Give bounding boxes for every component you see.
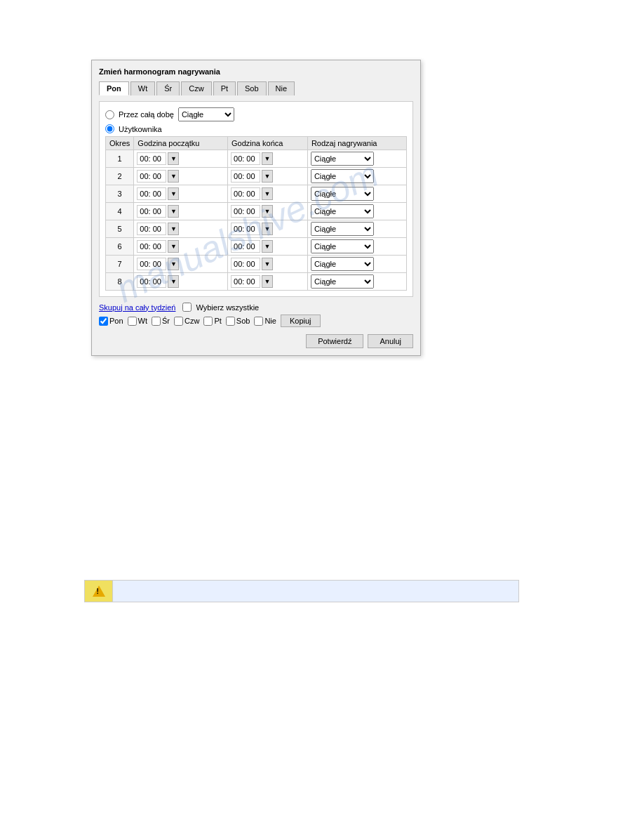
- day-label-pon: Pon: [109, 317, 123, 325]
- allday-label: Przez całą dobę: [119, 110, 174, 119]
- radio-allday[interactable]: [105, 110, 114, 119]
- day-checkbox-sob[interactable]: [226, 317, 235, 326]
- end-input-6[interactable]: [231, 240, 260, 253]
- copy-week-link[interactable]: Skupuj na cały tydzień: [99, 303, 175, 312]
- select-all-checkbox[interactable]: [182, 303, 192, 312]
- day-checkbox-label-wt: Wt: [128, 317, 147, 326]
- copy-button[interactable]: Kopiuj: [281, 315, 321, 327]
- start-time-btn-3[interactable]: ▼: [168, 187, 179, 200]
- cell-type-4: CiągłeRuchAlarmRuch/Alarm: [307, 203, 406, 220]
- table-row: 3▼▼CiągłeRuchAlarmRuch/Alarm: [106, 185, 407, 203]
- start-input-2[interactable]: [137, 170, 166, 183]
- tab-sr[interactable]: Śr: [156, 81, 180, 95]
- type-select-5[interactable]: CiągłeRuchAlarmRuch/Alarm: [311, 222, 374, 236]
- table-row: 6▼▼CiągłeRuchAlarmRuch/Alarm: [106, 238, 407, 256]
- day-checkbox-label-pon: Pon: [99, 317, 123, 326]
- start-time-btn-4[interactable]: ▼: [168, 205, 179, 218]
- cell-period-3: 3: [106, 185, 134, 203]
- end-time-btn-1[interactable]: ▼: [262, 152, 273, 165]
- day-checkbox-pon[interactable]: [99, 317, 108, 326]
- end-time-btn-8[interactable]: ▼: [262, 275, 273, 288]
- warning-text: [113, 581, 518, 602]
- cell-period-6: 6: [106, 238, 134, 256]
- cell-period-4: 4: [106, 203, 134, 220]
- day-checkbox-sr[interactable]: [152, 317, 161, 326]
- type-select-7[interactable]: CiągłeRuchAlarmRuch/Alarm: [311, 257, 374, 271]
- day-checkbox-czw[interactable]: [174, 317, 183, 326]
- cell-start-8: ▼: [134, 273, 228, 291]
- dialog-title: Zmień harmonogram nagrywania: [99, 67, 413, 76]
- type-select-2[interactable]: CiągłeRuchAlarmRuch/Alarm: [311, 169, 374, 183]
- start-time-btn-8[interactable]: ▼: [168, 275, 179, 288]
- start-time-btn-2[interactable]: ▼: [168, 170, 179, 183]
- tab-nie[interactable]: Nie: [268, 81, 295, 95]
- day-checkbox-label-nie: Nie: [254, 317, 276, 326]
- tab-sob[interactable]: Sob: [237, 81, 267, 95]
- cell-end-5: ▼: [228, 220, 308, 238]
- start-input-4[interactable]: [137, 205, 166, 218]
- tab-pon[interactable]: Pon: [99, 81, 129, 95]
- day-checkbox-label-czw: Czw: [174, 317, 199, 326]
- end-input-7[interactable]: [231, 258, 260, 270]
- end-input-5[interactable]: [231, 223, 260, 235]
- cancel-button[interactable]: Anuluj: [368, 334, 413, 348]
- day-label-wt: Wt: [138, 317, 147, 325]
- cell-type-6: CiągłeRuchAlarmRuch/Alarm: [307, 238, 406, 256]
- warning-bar: [84, 580, 519, 602]
- cell-type-3: CiągłeRuchAlarmRuch/Alarm: [307, 185, 406, 203]
- cell-type-2: CiągłeRuchAlarmRuch/Alarm: [307, 168, 406, 185]
- tab-pt[interactable]: Pt: [213, 81, 236, 95]
- cell-end-3: ▼: [228, 185, 308, 203]
- start-input-8[interactable]: [137, 275, 166, 288]
- radio-user[interactable]: [105, 124, 114, 133]
- end-time-btn-2[interactable]: ▼: [262, 170, 273, 183]
- type-select-8[interactable]: CiągłeRuchAlarmRuch/Alarm: [311, 274, 374, 289]
- end-input-3[interactable]: [231, 187, 260, 200]
- end-input-1[interactable]: [231, 152, 260, 165]
- tab-bar: Pon Wt Śr Czw Pt Sob Nie: [99, 81, 413, 95]
- copy-row-1: Skupuj na cały tydzień Wybierz wszystkie: [99, 303, 413, 312]
- end-time-btn-6[interactable]: ▼: [262, 240, 273, 253]
- copy-section: Skupuj na cały tydzień Wybierz wszystkie…: [99, 303, 413, 327]
- col-type: Rodzaj nagrywania: [307, 137, 406, 150]
- day-checkbox-nie[interactable]: [254, 317, 263, 326]
- page-container: Zmień harmonogram nagrywania Pon Wt Śr C…: [0, 0, 644, 834]
- type-select-4[interactable]: CiągłeRuchAlarmRuch/Alarm: [311, 204, 374, 218]
- start-input-7[interactable]: [137, 258, 166, 270]
- end-time-btn-5[interactable]: ▼: [262, 223, 273, 235]
- day-label-sr: Śr: [162, 317, 170, 325]
- start-input-3[interactable]: [137, 187, 166, 200]
- content-panel: Przez całą dobę Ciągłe Użytkownika Okres…: [99, 101, 413, 297]
- allday-type-select[interactable]: Ciągłe: [178, 107, 234, 121]
- type-select-6[interactable]: CiągłeRuchAlarmRuch/Alarm: [311, 239, 374, 253]
- start-input-1[interactable]: [137, 152, 166, 165]
- start-time-btn-5[interactable]: ▼: [168, 223, 179, 235]
- day-checkbox-wt[interactable]: [128, 317, 137, 326]
- cell-end-1: ▼: [228, 150, 308, 168]
- tab-czw[interactable]: Czw: [181, 81, 211, 95]
- day-label-sob: Sob: [236, 317, 250, 325]
- day-checkbox-pt[interactable]: [203, 317, 213, 326]
- confirm-button[interactable]: Potwierdź: [306, 334, 363, 348]
- start-input-6[interactable]: [137, 240, 166, 253]
- dialog: Zmień harmonogram nagrywania Pon Wt Śr C…: [91, 60, 421, 356]
- cell-type-5: CiągłeRuchAlarmRuch/Alarm: [307, 220, 406, 238]
- end-time-btn-7[interactable]: ▼: [262, 258, 273, 270]
- type-select-1[interactable]: CiągłeRuchAlarmRuch/Alarm: [311, 152, 374, 166]
- tab-wt[interactable]: Wt: [130, 81, 155, 95]
- start-time-btn-1[interactable]: ▼: [168, 152, 179, 165]
- dialog-footer: Potwierdź Anuluj: [99, 334, 413, 348]
- end-input-8[interactable]: [231, 275, 260, 288]
- end-input-2[interactable]: [231, 170, 260, 183]
- end-input-4[interactable]: [231, 205, 260, 218]
- start-input-5[interactable]: [137, 223, 166, 235]
- cell-end-6: ▼: [228, 238, 308, 256]
- allday-row: Przez całą dobę Ciągłe: [105, 107, 407, 121]
- type-select-3[interactable]: CiągłeRuchAlarmRuch/Alarm: [311, 187, 374, 201]
- cell-end-2: ▼: [228, 168, 308, 185]
- table-row: 2▼▼CiągłeRuchAlarmRuch/Alarm: [106, 168, 407, 185]
- start-time-btn-7[interactable]: ▼: [168, 258, 179, 270]
- start-time-btn-6[interactable]: ▼: [168, 240, 179, 253]
- end-time-btn-4[interactable]: ▼: [262, 205, 273, 218]
- end-time-btn-3[interactable]: ▼: [262, 187, 273, 200]
